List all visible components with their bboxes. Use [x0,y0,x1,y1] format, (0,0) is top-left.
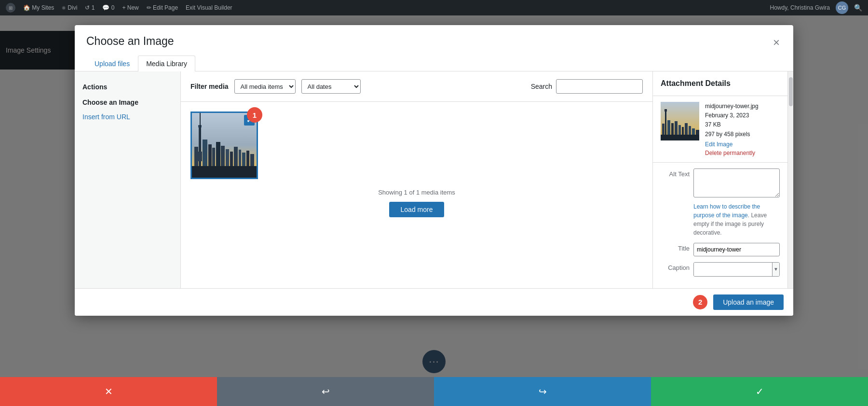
modal-tabs: Upload files Media Library [86,56,195,71]
media-item[interactable]: ✓ 1 [190,112,258,179]
caption-dropdown-arrow[interactable]: ▼ [772,263,779,276]
admin-greeting: Howdy, Christina Gwira [770,4,830,11]
admin-bar-mysites[interactable]: 🏠 My Sites [23,4,54,11]
modal-header: Choose an Image Upload files Media Libra… [75,25,793,71]
title-field-container [693,243,780,256]
modal-overlay: Choose an Image Upload files Media Libra… [0,15,868,377]
caption-input[interactable] [694,263,772,276]
admin-bar-right: Howdy, Christina Gwira CG 🔍 [770,1,862,14]
attachment-fields: Alt Text Learn how to describe the purpo… [653,163,787,288]
modal-body: Actions Choose an Image Insert from URL … [75,71,793,288]
attachment-dimensions: 297 by 458 pixels [705,130,780,139]
date-filter[interactable]: All dates January 2023 February 2023 [301,79,361,94]
caption-row: Caption ▼ [661,262,780,277]
tab-upload-files[interactable]: Upload files [86,56,138,71]
media-item-badge: 1 [247,107,262,123]
attachment-date: February 3, 2023 [705,111,780,120]
wp-logo[interactable]: ⊞ [6,3,15,13]
filter-media-label: Filter media [190,83,229,90]
admin-bar-new[interactable]: + New [122,4,138,11]
sidebar-actions-label: Actions [75,79,180,95]
attachment-details-sidebar: Attachment Details [652,71,787,288]
scrollbar[interactable] [787,71,793,288]
footer-badge: 2 [693,295,707,309]
media-filters-bar: Filter media All media items Images Audi… [181,71,652,102]
admin-bar: ⊞ 🏠 My Sites ❋ Divi ↺ 1 💬 0 + New ✏ Edit… [0,0,868,15]
admin-bar-divi[interactable]: ❋ Divi [62,4,77,11]
modal-left-sidebar: Actions Choose an Image Insert from URL [75,71,181,288]
attachment-meta-info: midjourney-tower.jpg February 3, 2023 37… [705,102,780,156]
attachment-edit-link[interactable]: Edit Image [705,141,780,148]
media-grid: ✓ 1 [190,112,643,179]
modal-main-content: Filter media All media items Images Audi… [181,71,652,288]
attachment-thumb-svg [661,102,699,140]
modal-footer: 2 Upload an image [75,288,793,316]
modal-title: Choose an Image [86,35,195,48]
search-input[interactable] [556,79,643,94]
attachment-thumb-container [661,102,699,140]
upload-image-button[interactable]: Upload an image [713,294,784,310]
svg-rect-19 [192,166,257,178]
load-more-button[interactable]: Load more [389,202,445,217]
divi-undo-button[interactable]: ↩ [217,377,434,406]
attachment-filename: midjourney-tower.jpg [705,102,780,111]
tab-media-library[interactable]: Media Library [138,56,195,71]
divi-bottom-bar: ✕ ↩ ↪ ✓ [0,377,868,406]
sidebar-choose-label: Choose an Image [75,95,180,110]
caption-field-container: ▼ [693,262,780,277]
admin-bar-edit[interactable]: ✏ Edit Page [147,4,178,11]
divi-cancel-button[interactable]: ✕ [0,377,217,406]
attachment-delete-link[interactable]: Delete permanently [705,150,780,156]
search-area: Search [531,79,643,94]
attachment-filesize: 37 KB [705,120,780,129]
svg-rect-23 [665,109,667,112]
svg-rect-33 [661,135,699,140]
media-type-filter[interactable]: All media items Images Audio Video [234,79,296,94]
modal-header-left: Choose an Image Upload files Media Libra… [86,35,195,71]
scrollbar-thumb [789,77,793,106]
admin-bar-updates[interactable]: ↺ 1 [85,4,95,11]
title-label: Title [661,243,690,252]
sidebar-insert-url[interactable]: Insert from URL [75,110,180,124]
attachment-preview-row: midjourney-tower.jpg February 3, 2023 37… [653,96,787,163]
alt-text-help: Learn how to describe the purpose of the… [693,202,780,237]
caption-label: Caption [661,262,690,271]
alt-text-input[interactable] [693,168,780,197]
avatar[interactable]: CG [836,1,848,14]
svg-rect-18 [198,152,202,161]
admin-bar-comments[interactable]: 💬 0 [102,4,114,11]
alt-text-label: Alt Text [661,168,690,178]
media-status-text: Showing 1 of 1 media items [378,189,455,196]
attachment-details-title: Attachment Details [653,71,787,96]
choose-image-modal: Choose an Image Upload files Media Libra… [75,25,793,316]
alt-text-row: Alt Text Learn how to describe the purpo… [661,168,780,237]
admin-bar-exit-builder[interactable]: Exit Visual Builder [186,4,232,11]
alt-text-field-container: Learn how to describe the purpose of the… [693,168,780,237]
search-icon[interactable]: 🔍 [854,4,862,12]
media-grid-area: ✓ 1 Showing 1 of 1 media items Load more [181,102,652,288]
title-row: Title [661,243,780,256]
divi-redo-button[interactable]: ↪ [434,377,651,406]
modal-close-button[interactable]: × [771,35,782,50]
search-label: Search [531,83,552,90]
divi-save-button[interactable]: ✓ [651,377,868,406]
title-input[interactable] [693,243,780,256]
